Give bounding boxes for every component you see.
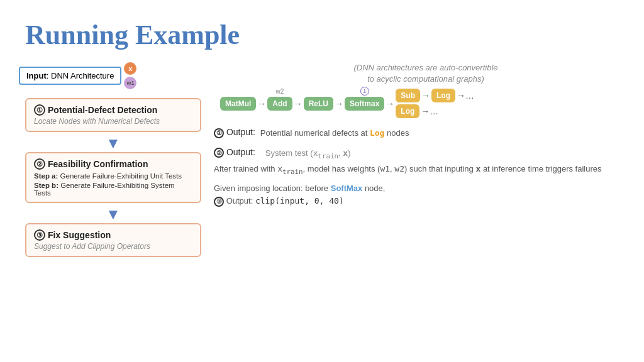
arrow-sub-log: → <box>421 90 430 101</box>
dots2: →… <box>421 106 438 116</box>
output-2-circle: ② <box>214 148 224 158</box>
input-nodes: x w1 <box>124 62 136 89</box>
left-column: Input: DNN Architecture x w1 <box>25 62 201 260</box>
log-highlight: Log <box>370 128 384 138</box>
arrow-2-3: ▼ <box>25 207 201 222</box>
graph-main-row: MatMul → w2 Add → ReLU → 1 <box>220 89 474 118</box>
step-2-label: Feasibility Confirmation <box>48 159 148 169</box>
arrow-matmul-add: → <box>257 99 266 109</box>
node-add-wrapper: w2 Add <box>267 97 292 111</box>
step-2-title: ② Feasibility Confirmation <box>34 158 192 170</box>
step-2-circle: ② <box>34 158 45 170</box>
sub-log-row1: Sub → Log →… <box>396 89 474 102</box>
output-3-circle: ③ <box>214 197 224 207</box>
arrow-relu-softmax: → <box>335 99 343 109</box>
node-sub: Sub <box>396 89 420 102</box>
sub-log-group: Sub → Log →… Log →… <box>396 89 474 118</box>
node-add: Add <box>267 97 292 111</box>
step-3-label: Fix Suggestion <box>48 230 111 240</box>
graph-top-area: MatMul → w2 Add → ReLU → 1 <box>220 89 474 118</box>
step-2-sub-a: Step a: Generate Failure-Exhibiting Unit… <box>34 172 192 180</box>
input-rest: : DNN Architecture <box>47 71 114 80</box>
node-softmax: Softmax <box>345 97 384 111</box>
clip-code: clip(input, 0, 40) <box>255 196 344 206</box>
output-2-label: ② Output: <box>214 147 255 158</box>
step-3-circle: ③ <box>34 229 45 241</box>
arrow-softmax-sub: → <box>386 99 394 109</box>
step-3-box: ③ Fix Suggestion Suggest to Add Clipping… <box>25 223 201 257</box>
graph-row: Input: DNN Architecture x w1 <box>19 62 201 89</box>
node-matmul: MatMul <box>220 97 256 111</box>
output-1-title: Output: <box>226 127 255 137</box>
step-1-circle: ① <box>34 104 45 116</box>
arrow-1-2: ▼ <box>25 136 201 151</box>
xtrain-code: xtrain <box>313 148 338 158</box>
output-2-block: ② Output: System test (xtrain, x) After … <box>214 147 619 177</box>
w1-code: w1 <box>380 164 390 173</box>
w1-node: w1 <box>124 77 136 89</box>
num1-label: 1 <box>360 87 369 96</box>
output-3-title: Output: <box>226 196 255 206</box>
dnn-note: (DNN architectures are auto-convertiblet… <box>233 62 619 85</box>
output-1-detail: Potential numerical defects at Log nodes <box>260 127 409 140</box>
output-3-detail: ③ Output: clip(input, 0, 40) <box>214 195 619 207</box>
output-1-row: ① Output: Potential numerical defects at… <box>214 127 619 140</box>
softmax-highlight: SoftMax <box>331 184 363 193</box>
step-1-title: ① Potential-Defect Detection <box>34 104 192 116</box>
node-softmax-wrapper: 1 Softmax <box>345 97 384 111</box>
step-1-box: ① Potential-Defect Detection Locate Node… <box>25 98 201 132</box>
x-code-bold: x <box>475 164 480 173</box>
arrow-add-relu: → <box>294 99 303 109</box>
sub-log-row2: Log →… <box>396 104 474 118</box>
outputs-section: ① Output: Potential numerical defects at… <box>214 127 619 207</box>
x-node: x <box>124 62 136 75</box>
page-title: Running Example <box>25 19 619 51</box>
dots1: →… <box>457 90 474 101</box>
w2-label: w2 <box>276 88 284 95</box>
step-2-box: ② Feasibility Confirmation Step a: Gener… <box>25 152 201 203</box>
output-1-circle: ① <box>214 128 224 138</box>
node-relu: ReLU <box>304 97 333 111</box>
step-3-title: ③ Fix Suggestion <box>34 229 192 241</box>
step-1-label: Potential-Defect Detection <box>48 105 157 115</box>
x-bold: x <box>343 148 348 158</box>
input-label: Input <box>26 71 47 80</box>
right-column: (DNN architectures are auto-convertiblet… <box>214 62 619 260</box>
input-box: Input: DNN Architecture <box>19 67 121 85</box>
node-log1: Log <box>431 89 455 102</box>
output-1-label: ① Output: <box>214 127 255 138</box>
page: Running Example Input: DNN Architecture … <box>0 0 644 362</box>
x-node-wrapper: x <box>124 62 136 75</box>
graph-diagram: MatMul → w2 Add → ReLU → 1 <box>220 89 619 118</box>
step-1-subtitle: Locate Nodes with Numerical Defects <box>34 117 192 126</box>
output-2-extra: System test (xtrain, x) <box>265 147 351 162</box>
output-2-detail: After trained with xtrain, model has wei… <box>214 163 619 177</box>
node-log2: Log <box>396 104 419 118</box>
output-3-prefix: Given imposing location: before SoftMax … <box>214 182 619 195</box>
step-3-subtitle: Suggest to Add Clipping Operators <box>34 242 192 251</box>
output-3-block: Given imposing location: before SoftMax … <box>214 182 619 207</box>
main-content: Input: DNN Architecture x w1 <box>25 62 619 260</box>
output-2-row: ② Output: System test (xtrain, x) <box>214 147 619 162</box>
output-2-title: Output: <box>226 147 255 157</box>
w1-node-wrapper: w1 <box>124 77 136 89</box>
xtrain-2: xtrain <box>277 164 303 173</box>
w2-code: w2 <box>394 164 404 173</box>
step-2-sub-b: Step b: Generate Failure-Exhibiting Syst… <box>34 182 192 197</box>
